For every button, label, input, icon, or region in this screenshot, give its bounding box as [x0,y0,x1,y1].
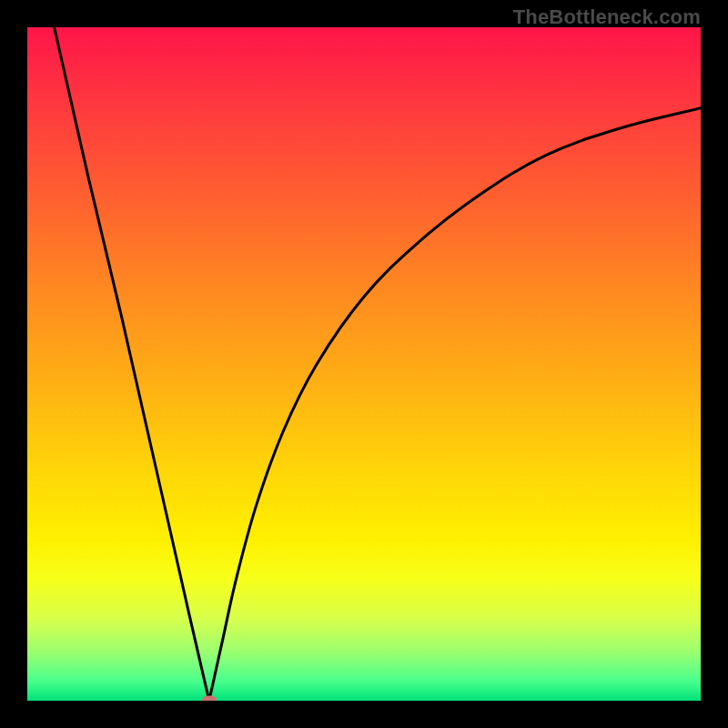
plot-area [27,27,701,701]
bottleneck-curve [27,27,701,701]
watermark-label: TheBottleneck.com [513,5,701,29]
chart-frame: TheBottleneck.com [0,0,728,728]
